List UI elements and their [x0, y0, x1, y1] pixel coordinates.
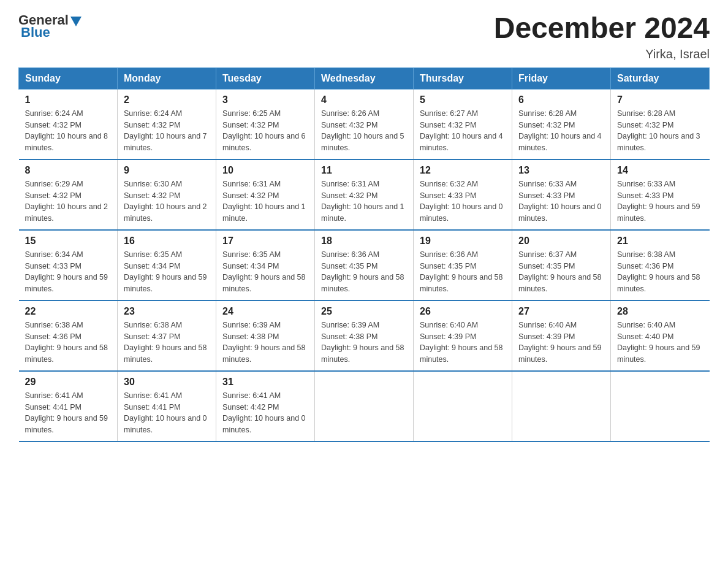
- day-info: Sunrise: 6:40 AMSunset: 4:39 PMDaylight:…: [420, 320, 506, 366]
- calendar-cell: 10 Sunrise: 6:31 AMSunset: 4:32 PMDaylig…: [216, 159, 315, 230]
- day-number: 6: [518, 94, 604, 105]
- calendar-cell: 18 Sunrise: 6:36 AMSunset: 4:35 PMDaylig…: [315, 230, 414, 301]
- day-number: 22: [25, 306, 112, 317]
- header-saturday: Saturday: [611, 67, 710, 89]
- calendar-header-row: SundayMondayTuesdayWednesdayThursdayFrid…: [19, 67, 710, 89]
- calendar-cell: [512, 371, 611, 442]
- calendar-cell: 20 Sunrise: 6:37 AMSunset: 4:35 PMDaylig…: [512, 230, 611, 301]
- day-info: Sunrise: 6:40 AMSunset: 4:40 PMDaylight:…: [617, 320, 703, 366]
- day-number: 18: [321, 236, 407, 247]
- calendar-cell: 12 Sunrise: 6:32 AMSunset: 4:33 PMDaylig…: [414, 159, 512, 230]
- calendar-week-4: 22 Sunrise: 6:38 AMSunset: 4:36 PMDaylig…: [19, 301, 710, 371]
- day-number: 1: [25, 94, 112, 105]
- day-number: 25: [321, 306, 407, 317]
- page-header: General Blue December 2024 Yirka, Israel: [18, 12, 710, 61]
- calendar-cell: [414, 371, 512, 442]
- header-thursday: Thursday: [414, 67, 512, 89]
- logo-arrow-icon: [69, 14, 83, 28]
- calendar-cell: 26 Sunrise: 6:40 AMSunset: 4:39 PMDaylig…: [414, 301, 512, 371]
- calendar-cell: 9 Sunrise: 6:30 AMSunset: 4:32 PMDayligh…: [118, 159, 216, 230]
- calendar-cell: 4 Sunrise: 6:26 AMSunset: 4:32 PMDayligh…: [315, 89, 414, 159]
- calendar-cell: 1 Sunrise: 6:24 AMSunset: 4:32 PMDayligh…: [19, 89, 118, 159]
- calendar-cell: 23 Sunrise: 6:38 AMSunset: 4:37 PMDaylig…: [118, 301, 216, 371]
- day-number: 20: [518, 236, 604, 247]
- calendar-cell: 28 Sunrise: 6:40 AMSunset: 4:40 PMDaylig…: [611, 301, 710, 371]
- day-info: Sunrise: 6:39 AMSunset: 4:38 PMDaylight:…: [222, 320, 308, 366]
- day-info: Sunrise: 6:26 AMSunset: 4:32 PMDaylight:…: [321, 108, 407, 154]
- calendar-cell: 6 Sunrise: 6:28 AMSunset: 4:32 PMDayligh…: [512, 89, 611, 159]
- day-info: Sunrise: 6:28 AMSunset: 4:32 PMDaylight:…: [518, 108, 604, 154]
- day-info: Sunrise: 6:32 AMSunset: 4:33 PMDaylight:…: [420, 178, 506, 224]
- calendar-cell: 25 Sunrise: 6:39 AMSunset: 4:38 PMDaylig…: [315, 301, 414, 371]
- header-tuesday: Tuesday: [216, 67, 315, 89]
- day-number: 9: [124, 165, 210, 176]
- calendar-cell: 19 Sunrise: 6:36 AMSunset: 4:35 PMDaylig…: [414, 230, 512, 301]
- day-number: 17: [222, 236, 308, 247]
- day-info: Sunrise: 6:31 AMSunset: 4:32 PMDaylight:…: [222, 178, 308, 224]
- calendar-table: SundayMondayTuesdayWednesdayThursdayFrid…: [18, 67, 710, 442]
- header-monday: Monday: [118, 67, 216, 89]
- calendar-week-3: 15 Sunrise: 6:34 AMSunset: 4:33 PMDaylig…: [19, 230, 710, 301]
- calendar-cell: 3 Sunrise: 6:25 AMSunset: 4:32 PMDayligh…: [216, 89, 315, 159]
- day-number: 27: [518, 306, 604, 317]
- day-info: Sunrise: 6:28 AMSunset: 4:32 PMDaylight:…: [617, 108, 703, 154]
- calendar-week-1: 1 Sunrise: 6:24 AMSunset: 4:32 PMDayligh…: [19, 89, 710, 159]
- day-number: 10: [222, 165, 308, 176]
- day-info: Sunrise: 6:36 AMSunset: 4:35 PMDaylight:…: [420, 249, 506, 295]
- day-info: Sunrise: 6:35 AMSunset: 4:34 PMDaylight:…: [124, 249, 210, 295]
- day-number: 28: [617, 306, 703, 317]
- day-info: Sunrise: 6:30 AMSunset: 4:32 PMDaylight:…: [124, 178, 210, 224]
- calendar-cell: 29 Sunrise: 6:41 AMSunset: 4:41 PMDaylig…: [19, 371, 118, 442]
- day-info: Sunrise: 6:25 AMSunset: 4:32 PMDaylight:…: [222, 108, 308, 154]
- day-number: 31: [222, 377, 308, 388]
- day-info: Sunrise: 6:31 AMSunset: 4:32 PMDaylight:…: [321, 178, 407, 224]
- day-info: Sunrise: 6:33 AMSunset: 4:33 PMDaylight:…: [617, 178, 703, 224]
- day-info: Sunrise: 6:24 AMSunset: 4:32 PMDaylight:…: [25, 108, 112, 154]
- calendar-week-2: 8 Sunrise: 6:29 AMSunset: 4:32 PMDayligh…: [19, 159, 710, 230]
- day-info: Sunrise: 6:41 AMSunset: 4:42 PMDaylight:…: [222, 390, 308, 436]
- day-info: Sunrise: 6:27 AMSunset: 4:32 PMDaylight:…: [420, 108, 506, 154]
- day-info: Sunrise: 6:24 AMSunset: 4:32 PMDaylight:…: [124, 108, 210, 154]
- day-number: 8: [25, 165, 112, 176]
- day-info: Sunrise: 6:41 AMSunset: 4:41 PMDaylight:…: [124, 390, 210, 436]
- day-number: 24: [222, 306, 308, 317]
- day-info: Sunrise: 6:34 AMSunset: 4:33 PMDaylight:…: [25, 249, 112, 295]
- day-info: Sunrise: 6:36 AMSunset: 4:35 PMDaylight:…: [321, 249, 407, 295]
- calendar-cell: 21 Sunrise: 6:38 AMSunset: 4:36 PMDaylig…: [611, 230, 710, 301]
- day-info: Sunrise: 6:39 AMSunset: 4:38 PMDaylight:…: [321, 320, 407, 366]
- calendar-cell: 30 Sunrise: 6:41 AMSunset: 4:41 PMDaylig…: [118, 371, 216, 442]
- calendar-cell: 7 Sunrise: 6:28 AMSunset: 4:32 PMDayligh…: [611, 89, 710, 159]
- calendar-cell: 17 Sunrise: 6:35 AMSunset: 4:34 PMDaylig…: [216, 230, 315, 301]
- calendar-week-5: 29 Sunrise: 6:41 AMSunset: 4:41 PMDaylig…: [19, 371, 710, 442]
- calendar-cell: 16 Sunrise: 6:35 AMSunset: 4:34 PMDaylig…: [118, 230, 216, 301]
- day-number: 21: [617, 236, 703, 247]
- calendar-cell: 13 Sunrise: 6:33 AMSunset: 4:33 PMDaylig…: [512, 159, 611, 230]
- day-info: Sunrise: 6:33 AMSunset: 4:33 PMDaylight:…: [518, 178, 604, 224]
- day-info: Sunrise: 6:29 AMSunset: 4:32 PMDaylight:…: [25, 178, 112, 224]
- calendar-cell: 24 Sunrise: 6:39 AMSunset: 4:38 PMDaylig…: [216, 301, 315, 371]
- calendar-cell: 5 Sunrise: 6:27 AMSunset: 4:32 PMDayligh…: [414, 89, 512, 159]
- day-info: Sunrise: 6:38 AMSunset: 4:36 PMDaylight:…: [25, 320, 112, 366]
- day-number: 13: [518, 165, 604, 176]
- calendar-cell: 27 Sunrise: 6:40 AMSunset: 4:39 PMDaylig…: [512, 301, 611, 371]
- day-number: 5: [420, 94, 506, 105]
- calendar-cell: [611, 371, 710, 442]
- day-number: 23: [124, 306, 210, 317]
- svg-marker-0: [70, 17, 82, 26]
- calendar-cell: 31 Sunrise: 6:41 AMSunset: 4:42 PMDaylig…: [216, 371, 315, 442]
- day-number: 15: [25, 236, 112, 247]
- day-info: Sunrise: 6:35 AMSunset: 4:34 PMDaylight:…: [222, 249, 308, 295]
- day-info: Sunrise: 6:38 AMSunset: 4:36 PMDaylight:…: [617, 249, 703, 295]
- day-number: 14: [617, 165, 703, 176]
- location-subtitle: Yirka, Israel: [494, 47, 710, 61]
- day-number: 12: [420, 165, 506, 176]
- day-info: Sunrise: 6:38 AMSunset: 4:37 PMDaylight:…: [124, 320, 210, 366]
- day-number: 11: [321, 165, 407, 176]
- calendar-cell: 8 Sunrise: 6:29 AMSunset: 4:32 PMDayligh…: [19, 159, 118, 230]
- calendar-cell: 15 Sunrise: 6:34 AMSunset: 4:33 PMDaylig…: [19, 230, 118, 301]
- day-number: 26: [420, 306, 506, 317]
- logo: General Blue: [18, 12, 83, 40]
- day-info: Sunrise: 6:37 AMSunset: 4:35 PMDaylight:…: [518, 249, 604, 295]
- day-number: 7: [617, 94, 703, 105]
- day-number: 29: [25, 377, 112, 388]
